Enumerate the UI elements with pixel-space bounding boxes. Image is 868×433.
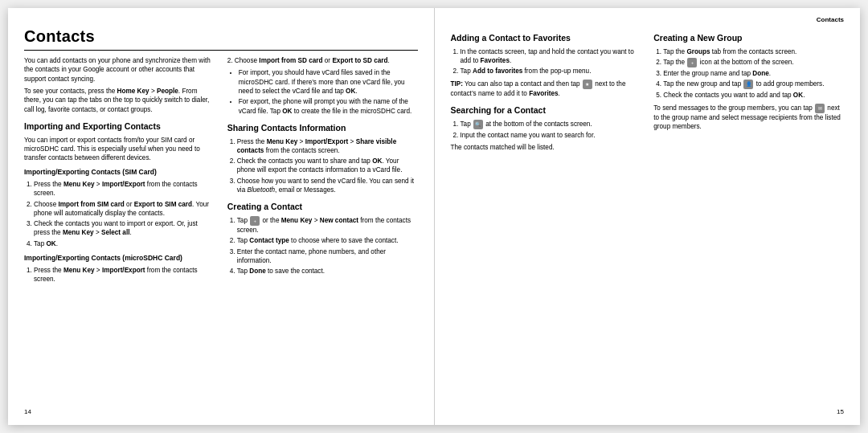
create-step-1: Tap + or the Menu Key > New contact from…	[237, 216, 418, 235]
sim-step-4: Tap OK.	[34, 239, 215, 248]
sim-card-title: Importing/Exporting Contacts (SIM Card)	[24, 168, 215, 177]
sd-card-bullets: For import, you should have vCard files …	[239, 68, 418, 116]
create-step-2: Tap Contact type to choose where to save…	[237, 236, 418, 245]
add-contact-icon: +	[250, 216, 260, 226]
sharing-steps: Press the Menu Key > Import/Export > Sha…	[237, 137, 418, 195]
intro-text: You can add contacts on your phone and s…	[24, 56, 215, 84]
fav-step-2: Tap Add to favorites from the pop-up men…	[461, 67, 641, 76]
create-step-3: Enter the contact name, phone numbers, a…	[237, 247, 418, 266]
sharing-contacts-title: Sharing Contacts Information	[227, 123, 418, 134]
new-group-title: Creating a New Group	[653, 33, 844, 44]
share-step-2: Check the contacts you want to share and…	[237, 157, 418, 175]
intro2-text: To see your contacts, press the Home Key…	[24, 87, 215, 114]
right-col1: Adding a Contact to Favorites In the con…	[451, 26, 641, 412]
page-title-left: Contacts	[24, 26, 418, 51]
add-favorites-title: Adding a Contact to Favorites	[451, 33, 641, 44]
page-number-right: 15	[837, 408, 844, 417]
create-contact-steps: Tap + or the Menu Key > New contact from…	[237, 216, 418, 276]
new-group-steps: Tap the Groups tab from the contacts scr…	[663, 47, 844, 100]
sim-step-1: Press the Menu Key > Import/Export from …	[34, 180, 215, 198]
page-number-left: 14	[24, 408, 31, 417]
left-content: You can add contacts on your phone and s…	[24, 56, 418, 425]
sim-step-2: Choose Import from SIM card or Export to…	[34, 200, 215, 219]
page-spread: Contacts You can add contacts on your ph…	[8, 8, 860, 425]
microsd-step-1: Press the Menu Key > Import/Export from …	[34, 266, 215, 284]
search-footer: The contacts matched will be listed.	[451, 143, 641, 152]
left-col1: You can add contacts on your phone and s…	[24, 56, 215, 425]
group-step-2: Tap the + icon at the bottom of the scre…	[663, 58, 844, 67]
group-step-4: Tap the new group and tap 👤 to add group…	[663, 80, 844, 89]
right-col2: Creating a New Group Tap the Groups tab …	[653, 26, 844, 412]
sim-card-steps: Press the Menu Key > Import/Export from …	[34, 180, 215, 248]
add-member-icon: 👤	[743, 80, 753, 89]
group-step-5: Check the contacts you want to add and t…	[663, 91, 844, 100]
search-contact-title: Searching for a Contact	[451, 105, 641, 116]
search-steps: Tap 🔍 at the bottom of the contacts scre…	[461, 120, 641, 140]
search-step-2: Input the contact name you want to searc…	[461, 131, 641, 140]
microsd-title: Importing/Exporting Contacts (microSDHC …	[24, 254, 215, 263]
create-step-4: Tap Done to save the contact.	[237, 267, 418, 276]
message-icon: ✉	[815, 104, 825, 113]
sd-bullet-2: For export, the phone will prompt you wi…	[239, 97, 418, 116]
share-step-3: Choose how you want to send the vCard fi…	[237, 177, 418, 195]
right-page-header: Contacts	[817, 16, 844, 25]
importing-exporting-title: Importing and Exporting Contacts	[24, 121, 215, 133]
add-favorites-steps: In the contacts screen, tap and hold the…	[461, 47, 641, 76]
sim-step-3: Check the contacts you want to import or…	[34, 219, 215, 238]
group-step-1: Tap the Groups tab from the contacts scr…	[663, 47, 844, 56]
right-page: Contacts Adding a Contact to Favorites I…	[435, 8, 861, 425]
sd-bullet-1: For import, you should have vCard files …	[239, 68, 418, 96]
star-icon: ★	[583, 80, 592, 89]
right-content: Adding a Contact to Favorites In the con…	[451, 26, 845, 412]
fav-step-1: In the contacts screen, tap and hold the…	[461, 47, 641, 66]
group-footer: To send messages to the group members, y…	[653, 104, 844, 132]
left-col2: 2. Choose Import from SD card or Export …	[227, 56, 418, 425]
favorites-tip: TIP: You can also tap a contact and then…	[451, 80, 641, 98]
step2-text: 2. Choose Import from SD card or Export …	[227, 56, 418, 65]
search-icon: 🔍	[473, 120, 483, 129]
add-group-icon: +	[687, 58, 697, 67]
group-step-3: Enter the group name and tap Done.	[663, 69, 844, 78]
importing-exporting-body: You can import or export contacts from/t…	[24, 136, 215, 163]
creating-contact-title: Creating a Contact	[227, 202, 418, 213]
microsd-steps: Press the Menu Key > Import/Export from …	[34, 266, 215, 284]
share-step-1: Press the Menu Key > Import/Export > Sha…	[237, 137, 418, 156]
left-page: Contacts You can add contacts on your ph…	[8, 8, 435, 425]
search-step-1: Tap 🔍 at the bottom of the contacts scre…	[461, 120, 641, 129]
